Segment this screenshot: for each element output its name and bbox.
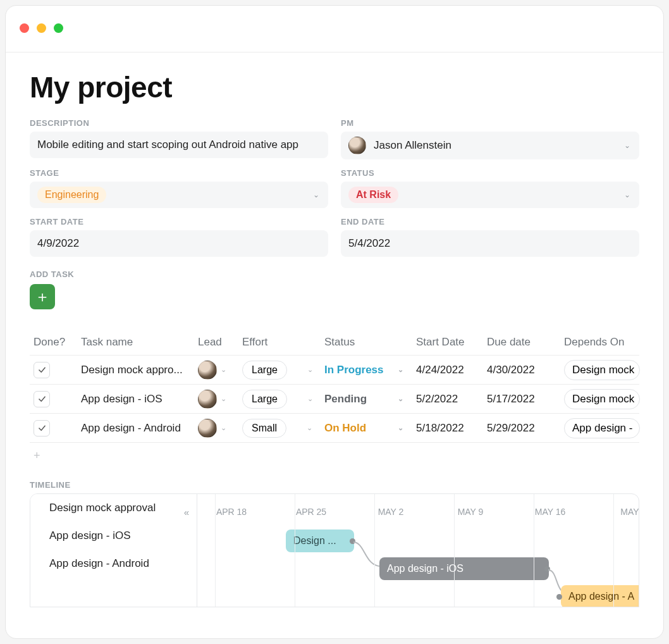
depends-on-cell[interactable]: Design mock: [564, 360, 640, 380]
plus-icon: +: [34, 449, 40, 462]
status-text: Pending: [324, 393, 367, 406]
effort-cell[interactable]: Large ⌄: [242, 390, 324, 409]
col-depends-on: Depends On: [564, 336, 635, 349]
description-input[interactable]: Mobile editing and start scoping out And…: [30, 132, 328, 158]
pm-avatar: [348, 137, 366, 154]
add-task-button[interactable]: ＋: [30, 284, 55, 309]
timeline-row-label[interactable]: Design mock approval: [30, 494, 197, 522]
status-cell[interactable]: In Progress ⌄: [324, 364, 416, 376]
timeline-dependency-dot: [556, 594, 562, 600]
timeline-bar-label: App design - iOS: [387, 563, 463, 574]
task-name-cell[interactable]: App design - Android: [81, 422, 198, 435]
start-date-cell[interactable]: 5/18/2022: [416, 422, 487, 435]
col-task-name: Task name: [81, 336, 198, 349]
timeline-side-panel: « Design mock approval App design - iOS …: [30, 494, 197, 607]
end-date-input[interactable]: 5/4/2022: [341, 230, 639, 257]
label-description: DESCRIPTION: [30, 118, 328, 128]
task-name-cell[interactable]: Design mock appro...: [81, 364, 198, 376]
timeline-gridline: [613, 494, 614, 607]
label-start-date: START DATE: [30, 217, 328, 226]
end-date-value: 5/4/2022: [348, 237, 390, 250]
done-checkbox[interactable]: [34, 362, 50, 378]
timeline-week-label: MAY 2: [378, 507, 404, 517]
depends-on-cell[interactable]: App design -: [564, 418, 640, 438]
chevron-down-icon: ⌄: [398, 424, 403, 432]
status-cell[interactable]: On Hold ⌄: [324, 422, 416, 435]
description-value: Mobile editing and start scoping out And…: [37, 139, 298, 151]
timeline-week-label: MAY 16: [535, 507, 566, 517]
effort-pill: Large: [242, 361, 287, 380]
chevron-down-icon: ⌄: [398, 395, 403, 403]
lead-cell[interactable]: ⌄: [198, 361, 242, 380]
start-date-cell[interactable]: 4/24/2022: [416, 364, 487, 376]
timeline-gridline: [215, 494, 216, 607]
status-text: In Progress: [324, 364, 384, 376]
start-date-cell[interactable]: 5/2/2022: [416, 393, 487, 406]
col-lead: Lead: [198, 336, 242, 349]
field-end-date: END DATE 5/4/2022: [341, 217, 639, 257]
window-minimize-button[interactable]: [37, 23, 46, 33]
start-date-value: 4/9/2022: [37, 237, 79, 250]
lead-avatar: [198, 419, 217, 438]
timeline-week-label: APR 25: [296, 507, 326, 517]
label-timeline: TIMELINE: [30, 480, 639, 490]
field-status: STATUS At Risk ⌄: [341, 168, 639, 208]
window-close-button[interactable]: [20, 23, 29, 33]
project-window: My project DESCRIPTION Mobile editing an…: [5, 5, 664, 639]
timeline-gridline: [454, 494, 455, 607]
done-checkbox[interactable]: [34, 420, 50, 437]
start-date-input[interactable]: 4/9/2022: [30, 230, 328, 257]
timeline-bar-label: Design ...: [293, 535, 336, 547]
add-row-button[interactable]: +: [30, 449, 639, 462]
chevron-down-icon: ⌄: [624, 190, 630, 199]
plus-icon: ＋: [35, 287, 50, 307]
stage-select[interactable]: Engineering ⌄: [30, 182, 328, 208]
check-icon: [37, 394, 47, 404]
col-done: Done?: [34, 336, 81, 349]
effort-pill: Small: [242, 419, 286, 438]
due-date-cell[interactable]: 4/30/2022: [487, 364, 564, 376]
timeline-bar-design[interactable]: Design ...: [286, 529, 354, 552]
effort-cell[interactable]: Small ⌄: [242, 419, 324, 438]
table-row: App design - iOS ⌄ Large ⌄ Pending ⌄ 5/2…: [30, 385, 639, 414]
pm-select[interactable]: Jason Allenstein ⌄: [341, 132, 639, 159]
chevron-down-icon: ⌄: [307, 395, 313, 403]
status-cell[interactable]: Pending ⌄: [324, 393, 416, 406]
effort-cell[interactable]: Large ⌄: [242, 361, 324, 380]
timeline-section: TIMELINE « Design mock approval App desi…: [30, 480, 639, 607]
add-task-section: ADD TASK ＋: [30, 269, 639, 309]
field-start-date: START DATE 4/9/2022: [30, 217, 328, 257]
timeline-row-label[interactable]: App design - Android: [30, 550, 197, 578]
timeline-bar-android[interactable]: App design - A: [561, 585, 639, 607]
col-due-date: Due date: [487, 336, 564, 349]
due-date-cell[interactable]: 5/17/2022: [487, 393, 564, 406]
status-tag: At Risk: [348, 187, 398, 203]
chevron-down-icon: ⌄: [221, 395, 226, 403]
col-status: Status: [324, 336, 416, 349]
lead-cell[interactable]: ⌄: [198, 419, 242, 438]
task-table: Done? Task name Lead Effort Status Start…: [30, 331, 639, 462]
timeline-bar-ios[interactable]: App design - iOS: [379, 557, 549, 580]
status-select[interactable]: At Risk ⌄: [341, 182, 639, 208]
timeline-collapse-button[interactable]: «: [184, 507, 189, 517]
label-add-task: ADD TASK: [30, 269, 639, 279]
task-name-cell[interactable]: App design - iOS: [81, 393, 198, 406]
lead-cell[interactable]: ⌄: [198, 390, 242, 409]
chevron-down-icon: ⌄: [307, 366, 313, 374]
due-date-cell[interactable]: 5/29/2022: [487, 422, 564, 435]
depends-pill: Design mock: [564, 389, 640, 409]
done-checkbox[interactable]: [34, 391, 50, 407]
label-end-date: END DATE: [341, 217, 639, 226]
depends-on-cell[interactable]: Design mock: [564, 389, 640, 409]
field-stage: STAGE Engineering ⌄: [30, 168, 328, 208]
timeline-grid[interactable]: APR 18APR 25MAY 2MAY 9MAY 16MAY Design .…: [197, 494, 639, 607]
chevron-down-icon: ⌄: [221, 424, 226, 432]
chevron-down-icon: ⌄: [313, 190, 319, 199]
page-title: My project: [30, 70, 639, 104]
effort-pill: Large: [242, 390, 287, 409]
col-start-date: Start Date: [416, 336, 487, 349]
timeline-row-label[interactable]: App design - iOS: [30, 522, 197, 550]
chevron-down-icon: ⌄: [307, 424, 312, 432]
timeline-bar-label: App design - A: [568, 591, 634, 602]
window-zoom-button[interactable]: [54, 23, 63, 33]
